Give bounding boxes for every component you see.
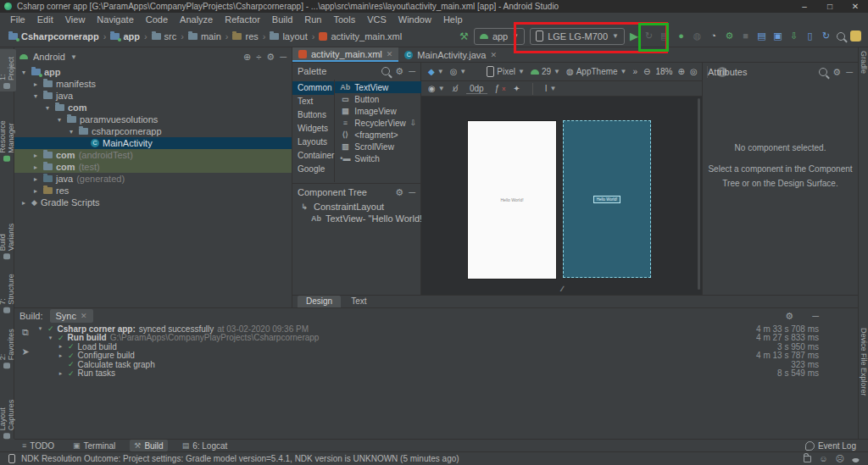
breadcrumb-item-layout[interactable]: layout bbox=[268, 31, 309, 42]
close-button[interactable]: ✕ bbox=[843, 2, 868, 11]
device-preview-selector[interactable]: Pixel▼ bbox=[487, 66, 525, 77]
tool-tab-2-favorites[interactable]: 2: Favorites bbox=[0, 324, 15, 368]
filter-icon[interactable]: ⧉ bbox=[22, 327, 29, 338]
build-chevron-icon[interactable]: ▸ bbox=[57, 370, 64, 377]
tree-row-mainactivity[interactable]: CMainActivity bbox=[14, 137, 292, 149]
palette-category-text[interactable]: Text bbox=[292, 95, 334, 108]
tool-tab-device-file-explorer[interactable]: Device File Explorer bbox=[860, 328, 868, 396]
breadcrumb-item-src[interactable]: src bbox=[150, 31, 179, 42]
search-icon[interactable] bbox=[381, 67, 390, 75]
tree-row-csharpcornerapp[interactable]: ▾csharpcornerapp bbox=[14, 125, 292, 137]
theme-selector[interactable]: ◍AppTheme▼ bbox=[566, 67, 627, 76]
connect-device-icon[interactable]: ▯ bbox=[804, 30, 815, 42]
tree-chevron-icon[interactable]: ▾ bbox=[31, 92, 40, 100]
notifications-icon[interactable] bbox=[850, 30, 861, 42]
menu-edit[interactable]: Edit bbox=[31, 14, 59, 25]
breadcrumb-item-activity-main-xml[interactable]: activity_main.xml bbox=[317, 31, 403, 42]
menu-analyze[interactable]: Analyze bbox=[174, 14, 219, 25]
tree-row-com-androidtest[interactable]: ▸com(androidTest) bbox=[14, 149, 292, 161]
editor-tab-activity-main-xml[interactable]: activity_main.xml✕ bbox=[292, 47, 398, 62]
infer-constraints-icon[interactable]: ✦ bbox=[513, 84, 520, 93]
tree-row-res[interactable]: ▸res bbox=[14, 185, 292, 197]
tree-row-java[interactable]: ▾java bbox=[14, 90, 292, 102]
settings-gear-icon[interactable]: ⚙ bbox=[266, 52, 275, 63]
run-button[interactable]: ▶ bbox=[630, 30, 638, 42]
menu-navigate[interactable]: Navigate bbox=[91, 14, 139, 25]
close-icon[interactable]: ✕ bbox=[81, 312, 87, 320]
tree-chevron-icon[interactable]: ▸ bbox=[31, 187, 40, 195]
device-selector[interactable]: LGE LG-M700 ▼ bbox=[530, 28, 625, 45]
menu-refactor[interactable]: Refactor bbox=[219, 14, 266, 25]
hide-panel-icon[interactable]: ─ bbox=[846, 67, 853, 77]
visibility-selector[interactable]: ◉▼ bbox=[428, 84, 445, 93]
menu-help[interactable]: Help bbox=[437, 14, 469, 25]
autoconnect-toggle-icon[interactable]: ∪̸ bbox=[453, 84, 459, 93]
sad-feedback-icon[interactable]: ☹ bbox=[836, 454, 844, 463]
palette-category-container[interactable]: Container bbox=[292, 149, 334, 163]
search-icon[interactable] bbox=[819, 68, 827, 76]
tree-chevron-icon[interactable]: ▾ bbox=[19, 69, 28, 76]
palette-category-common[interactable]: Common bbox=[292, 81, 334, 95]
apply-changes-icon[interactable]: ↻ bbox=[643, 30, 654, 42]
build-hammer-icon[interactable]: ⚒ bbox=[459, 30, 469, 42]
build-chevron-icon[interactable]: ▾ bbox=[47, 335, 54, 341]
palette-item-switch[interactable]: •▬Switch bbox=[335, 152, 421, 164]
tool-tab-build-variants[interactable]: Build Variants bbox=[0, 209, 15, 259]
tree-row-com-test[interactable]: ▸com(test) bbox=[14, 161, 292, 173]
guidelines-selector[interactable]: I▼ bbox=[545, 84, 557, 93]
zoom-fit-button[interactable]: ◎ bbox=[690, 67, 698, 76]
menu-code[interactable]: Code bbox=[140, 14, 174, 25]
happy-feedback-icon[interactable]: ☺ bbox=[819, 454, 827, 463]
palette-category-google[interactable]: Google bbox=[292, 163, 334, 176]
search-everywhere-icon[interactable] bbox=[837, 32, 845, 41]
tree-chevron-icon[interactable]: ▾ bbox=[55, 116, 64, 124]
sdk-manager-icon[interactable]: ⇩ bbox=[788, 30, 799, 42]
palette-item-scrollview[interactable]: ▥ScrollView bbox=[335, 141, 421, 152]
tree-row-gradle-scripts[interactable]: ▸◆Gradle Scripts bbox=[14, 197, 292, 208]
hide-panel-icon[interactable]: ─ bbox=[812, 311, 819, 321]
bottom-tab-terminal[interactable]: ▣Terminal bbox=[69, 440, 120, 451]
tree-chevron-icon[interactable]: ▾ bbox=[43, 104, 52, 112]
component-textview-hello-world[interactable]: AbTextView- "Hello World!" bbox=[292, 213, 420, 224]
build-chevron-icon[interactable]: ▾ bbox=[36, 325, 44, 332]
breadcrumb-item-csharpcornerapp[interactable]: Csharpcornerapp bbox=[7, 31, 101, 42]
troubleshoot-device-icon[interactable]: ⚙ bbox=[724, 30, 735, 42]
clear-constraints-icon[interactable]: ƒx bbox=[495, 84, 506, 93]
canvas-scrollbar[interactable] bbox=[698, 98, 700, 290]
run-config-selector[interactable]: app ▼ bbox=[474, 28, 525, 45]
minimize-button[interactable]: – bbox=[792, 2, 817, 11]
design-preview[interactable]: Hello World! bbox=[467, 120, 557, 280]
tree-chevron-icon[interactable]: ▸ bbox=[31, 80, 40, 88]
palette-item-imageview[interactable]: ▤ImageView bbox=[335, 105, 421, 117]
stop-icon[interactable]: ■ bbox=[740, 30, 751, 42]
project-view-selector[interactable]: Android bbox=[33, 52, 65, 62]
menu-build[interactable]: Build bbox=[266, 14, 298, 25]
close-icon[interactable]: ✕ bbox=[387, 50, 393, 58]
locate-file-icon[interactable]: ⊕ bbox=[243, 52, 251, 63]
maximize-button[interactable]: □ bbox=[817, 2, 843, 11]
bottom-tab-build[interactable]: ⚒Build bbox=[130, 440, 167, 451]
build-row-load-build[interactable]: ▸✓Load build3 s 950 ms bbox=[36, 342, 858, 352]
build-row-csharp-corner-app[interactable]: ▾✓Csharp corner app: synced successfully… bbox=[36, 324, 858, 334]
tree-chevron-icon[interactable]: ▸ bbox=[19, 199, 28, 207]
tree-row-app[interactable]: ▾app bbox=[14, 66, 292, 78]
build-chevron-icon[interactable]: ▸ bbox=[57, 343, 64, 350]
sync-project-icon[interactable]: ↻ bbox=[821, 30, 832, 42]
user-icon[interactable] bbox=[852, 454, 860, 462]
attach-debugger-icon[interactable]: ◍ bbox=[692, 30, 703, 42]
zoom-in-button[interactable]: ⊕ bbox=[677, 67, 684, 76]
design-canvas[interactable]: Hello World! Hello World! ∕∕ bbox=[421, 97, 702, 295]
orientation-selector[interactable]: ◎▼ bbox=[450, 67, 467, 76]
tree-row-com[interactable]: ▾com bbox=[14, 102, 292, 113]
palette-category-widgets[interactable]: Widgets bbox=[292, 122, 334, 136]
settings-gear-icon[interactable]: ⚙ bbox=[395, 187, 403, 198]
hide-panel-icon[interactable]: ─ bbox=[409, 187, 415, 197]
bottom-tab-6-logcat[interactable]: ▤6: Logcat bbox=[178, 440, 232, 451]
unlocked-icon[interactable] bbox=[804, 456, 811, 462]
toolbar-overflow-icon[interactable]: » bbox=[633, 67, 638, 76]
sync-tab[interactable]: Sync ✕ bbox=[50, 309, 93, 323]
api-level-selector[interactable]: 29▼ bbox=[531, 67, 560, 76]
default-margin-selector[interactable]: 0dp bbox=[466, 84, 487, 94]
breadcrumb-item-res[interactable]: res bbox=[231, 31, 259, 42]
tree-chevron-icon[interactable]: ▸ bbox=[31, 163, 40, 171]
